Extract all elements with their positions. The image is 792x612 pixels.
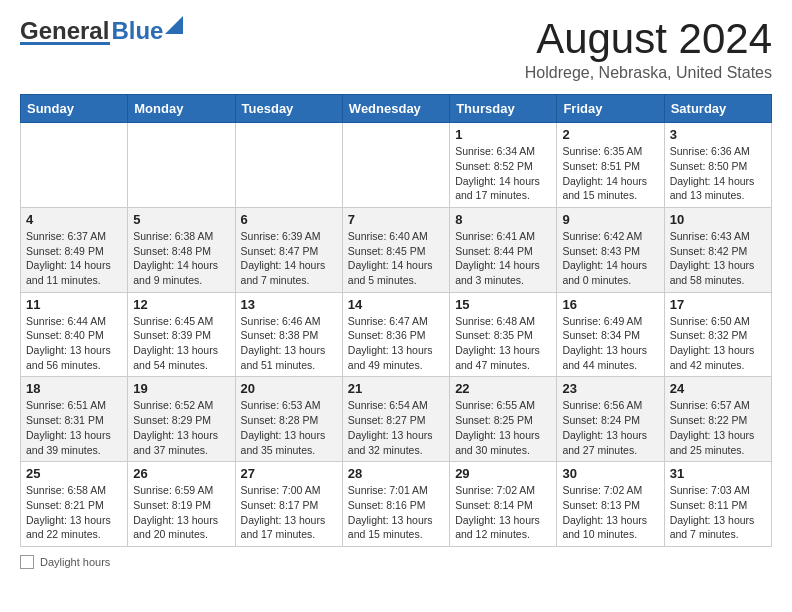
day-number: 4 [26, 212, 122, 227]
day-info: Sunrise: 6:42 AM Sunset: 8:43 PM Dayligh… [562, 229, 658, 288]
day-number: 1 [455, 127, 551, 142]
calendar-cell: 31Sunrise: 7:03 AM Sunset: 8:11 PM Dayli… [664, 462, 771, 547]
logo-underline [20, 42, 110, 45]
day-number: 18 [26, 381, 122, 396]
day-info: Sunrise: 6:37 AM Sunset: 8:49 PM Dayligh… [26, 229, 122, 288]
calendar-cell: 3Sunrise: 6:36 AM Sunset: 8:50 PM Daylig… [664, 123, 771, 208]
day-number: 20 [241, 381, 337, 396]
day-number: 24 [670, 381, 766, 396]
day-number: 5 [133, 212, 229, 227]
day-number: 9 [562, 212, 658, 227]
day-number: 8 [455, 212, 551, 227]
day-number: 25 [26, 466, 122, 481]
day-info: Sunrise: 6:54 AM Sunset: 8:27 PM Dayligh… [348, 398, 444, 457]
day-info: Sunrise: 6:36 AM Sunset: 8:50 PM Dayligh… [670, 144, 766, 203]
month-title: August 2024 [525, 16, 772, 62]
day-info: Sunrise: 6:59 AM Sunset: 8:19 PM Dayligh… [133, 483, 229, 542]
day-number: 21 [348, 381, 444, 396]
day-info: Sunrise: 6:44 AM Sunset: 8:40 PM Dayligh… [26, 314, 122, 373]
day-number: 6 [241, 212, 337, 227]
legend-color-box [20, 555, 34, 569]
calendar-cell: 19Sunrise: 6:52 AM Sunset: 8:29 PM Dayli… [128, 377, 235, 462]
day-number: 15 [455, 297, 551, 312]
day-number: 13 [241, 297, 337, 312]
logo-general: General [20, 17, 109, 45]
day-info: Sunrise: 7:01 AM Sunset: 8:16 PM Dayligh… [348, 483, 444, 542]
day-number: 16 [562, 297, 658, 312]
day-info: Sunrise: 6:57 AM Sunset: 8:22 PM Dayligh… [670, 398, 766, 457]
calendar-cell [21, 123, 128, 208]
day-number: 29 [455, 466, 551, 481]
day-number: 11 [26, 297, 122, 312]
day-info: Sunrise: 6:48 AM Sunset: 8:35 PM Dayligh… [455, 314, 551, 373]
day-info: Sunrise: 6:34 AM Sunset: 8:52 PM Dayligh… [455, 144, 551, 203]
calendar-cell: 16Sunrise: 6:49 AM Sunset: 8:34 PM Dayli… [557, 292, 664, 377]
logo-arrow-icon [165, 16, 183, 34]
calendar-cell: 17Sunrise: 6:50 AM Sunset: 8:32 PM Dayli… [664, 292, 771, 377]
day-number: 30 [562, 466, 658, 481]
day-number: 19 [133, 381, 229, 396]
day-number: 3 [670, 127, 766, 142]
day-number: 10 [670, 212, 766, 227]
day-info: Sunrise: 6:51 AM Sunset: 8:31 PM Dayligh… [26, 398, 122, 457]
day-number: 2 [562, 127, 658, 142]
day-info: Sunrise: 6:46 AM Sunset: 8:38 PM Dayligh… [241, 314, 337, 373]
calendar-cell: 11Sunrise: 6:44 AM Sunset: 8:40 PM Dayli… [21, 292, 128, 377]
day-number: 23 [562, 381, 658, 396]
calendar-week-row: 11Sunrise: 6:44 AM Sunset: 8:40 PM Dayli… [21, 292, 772, 377]
calendar-cell: 22Sunrise: 6:55 AM Sunset: 8:25 PM Dayli… [450, 377, 557, 462]
day-info: Sunrise: 6:47 AM Sunset: 8:36 PM Dayligh… [348, 314, 444, 373]
legend-area: Daylight hours [20, 555, 772, 569]
logo-blue-text: Blue [111, 17, 163, 45]
location-subtitle: Holdrege, Nebraska, United States [525, 64, 772, 82]
calendar-cell: 7Sunrise: 6:40 AM Sunset: 8:45 PM Daylig… [342, 207, 449, 292]
calendar-header-friday: Friday [557, 95, 664, 123]
calendar-header-wednesday: Wednesday [342, 95, 449, 123]
calendar-header-monday: Monday [128, 95, 235, 123]
day-info: Sunrise: 6:40 AM Sunset: 8:45 PM Dayligh… [348, 229, 444, 288]
title-area: August 2024 Holdrege, Nebraska, United S… [525, 16, 772, 82]
calendar-cell: 20Sunrise: 6:53 AM Sunset: 8:28 PM Dayli… [235, 377, 342, 462]
day-info: Sunrise: 6:35 AM Sunset: 8:51 PM Dayligh… [562, 144, 658, 203]
day-info: Sunrise: 7:02 AM Sunset: 8:13 PM Dayligh… [562, 483, 658, 542]
calendar-cell: 29Sunrise: 7:02 AM Sunset: 8:14 PM Dayli… [450, 462, 557, 547]
day-number: 22 [455, 381, 551, 396]
page-header: General Blue August 2024 Holdrege, Nebra… [20, 16, 772, 82]
day-info: Sunrise: 6:41 AM Sunset: 8:44 PM Dayligh… [455, 229, 551, 288]
day-info: Sunrise: 7:00 AM Sunset: 8:17 PM Dayligh… [241, 483, 337, 542]
day-info: Sunrise: 6:39 AM Sunset: 8:47 PM Dayligh… [241, 229, 337, 288]
calendar-cell: 10Sunrise: 6:43 AM Sunset: 8:42 PM Dayli… [664, 207, 771, 292]
calendar-header-sunday: Sunday [21, 95, 128, 123]
calendar-week-row: 18Sunrise: 6:51 AM Sunset: 8:31 PM Dayli… [21, 377, 772, 462]
calendar-table: SundayMondayTuesdayWednesdayThursdayFrid… [20, 94, 772, 547]
calendar-cell: 9Sunrise: 6:42 AM Sunset: 8:43 PM Daylig… [557, 207, 664, 292]
day-info: Sunrise: 7:03 AM Sunset: 8:11 PM Dayligh… [670, 483, 766, 542]
calendar-cell: 23Sunrise: 6:56 AM Sunset: 8:24 PM Dayli… [557, 377, 664, 462]
day-info: Sunrise: 6:58 AM Sunset: 8:21 PM Dayligh… [26, 483, 122, 542]
day-info: Sunrise: 6:56 AM Sunset: 8:24 PM Dayligh… [562, 398, 658, 457]
logo: General Blue [20, 16, 183, 45]
day-number: 14 [348, 297, 444, 312]
calendar-cell: 8Sunrise: 6:41 AM Sunset: 8:44 PM Daylig… [450, 207, 557, 292]
calendar-cell: 24Sunrise: 6:57 AM Sunset: 8:22 PM Dayli… [664, 377, 771, 462]
calendar-cell: 15Sunrise: 6:48 AM Sunset: 8:35 PM Dayli… [450, 292, 557, 377]
day-info: Sunrise: 6:50 AM Sunset: 8:32 PM Dayligh… [670, 314, 766, 373]
calendar-cell: 14Sunrise: 6:47 AM Sunset: 8:36 PM Dayli… [342, 292, 449, 377]
calendar-cell: 25Sunrise: 6:58 AM Sunset: 8:21 PM Dayli… [21, 462, 128, 547]
calendar-header-thursday: Thursday [450, 95, 557, 123]
calendar-header-row: SundayMondayTuesdayWednesdayThursdayFrid… [21, 95, 772, 123]
svg-marker-0 [165, 16, 183, 34]
calendar-cell: 21Sunrise: 6:54 AM Sunset: 8:27 PM Dayli… [342, 377, 449, 462]
calendar-cell [128, 123, 235, 208]
day-info: Sunrise: 6:38 AM Sunset: 8:48 PM Dayligh… [133, 229, 229, 288]
day-number: 26 [133, 466, 229, 481]
legend-label: Daylight hours [40, 556, 110, 568]
day-number: 7 [348, 212, 444, 227]
day-number: 31 [670, 466, 766, 481]
calendar-cell [342, 123, 449, 208]
calendar-header-tuesday: Tuesday [235, 95, 342, 123]
calendar-cell: 18Sunrise: 6:51 AM Sunset: 8:31 PM Dayli… [21, 377, 128, 462]
calendar-cell: 28Sunrise: 7:01 AM Sunset: 8:16 PM Dayli… [342, 462, 449, 547]
day-number: 17 [670, 297, 766, 312]
calendar-cell: 5Sunrise: 6:38 AM Sunset: 8:48 PM Daylig… [128, 207, 235, 292]
